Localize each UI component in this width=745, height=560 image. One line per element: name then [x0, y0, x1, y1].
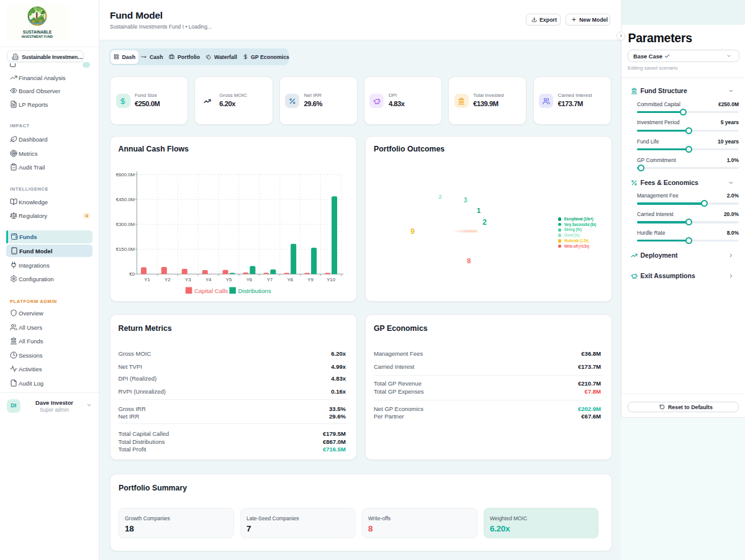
- svg-text:Y2: Y2: [165, 277, 171, 282]
- svg-text:€600.0M: €600.0M: [115, 171, 134, 177]
- svg-text:INVESTMENT FUND: INVESTMENT FUND: [22, 35, 53, 38]
- svg-text:€450.0M: €450.0M: [115, 196, 134, 202]
- svg-text:€300.0M: €300.0M: [115, 221, 134, 227]
- svg-text:Y10: Y10: [327, 277, 336, 282]
- svg-text:Y9: Y9: [307, 277, 314, 282]
- svg-text:Y4: Y4: [205, 277, 211, 282]
- svg-text:Capital Calls: Capital Calls: [194, 287, 228, 294]
- svg-text:Y3: Y3: [185, 277, 191, 282]
- svg-text:Y5: Y5: [225, 277, 232, 282]
- svg-text:SUSTAINABLE: SUSTAINABLE: [23, 30, 52, 34]
- svg-text:Y1: Y1: [144, 277, 150, 282]
- svg-text:€150.0M: €150.0M: [115, 246, 134, 251]
- svg-text:Y6: Y6: [246, 277, 252, 282]
- svg-text:Distributions: Distributions: [238, 287, 271, 294]
- svg-text:€0: €0: [129, 271, 135, 277]
- svg-text:Y7: Y7: [266, 277, 273, 282]
- svg-text:Y8: Y8: [287, 277, 293, 282]
